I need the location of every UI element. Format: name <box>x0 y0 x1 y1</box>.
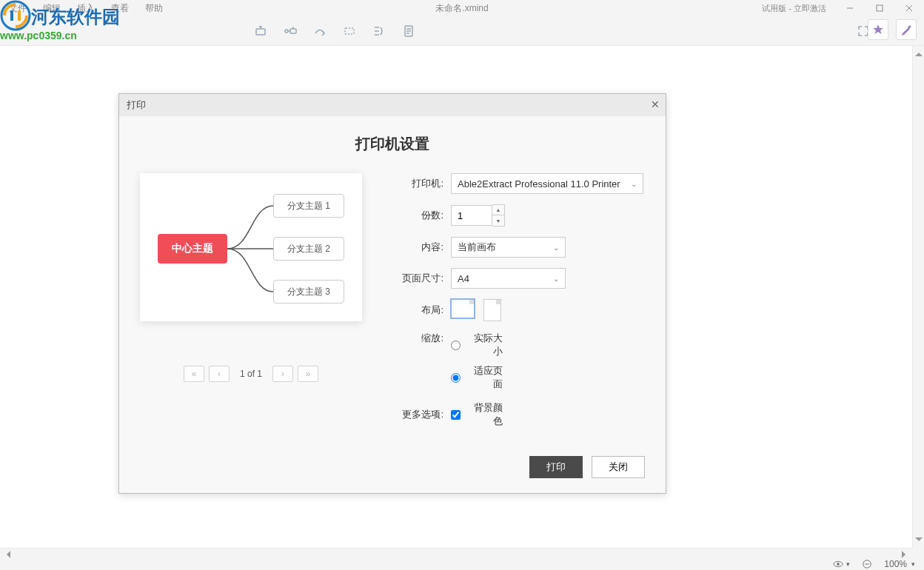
content-label: 内容: <box>392 241 443 254</box>
print-dialog: 打印 ✕ 打印机设置 中心主题 分支主题 1 分支主题 2 分支主题 3 « ‹… <box>118 93 666 494</box>
layout-label: 布局: <box>392 304 443 317</box>
maximize-button[interactable] <box>865 0 894 16</box>
preview-branch: 分支主题 1 <box>273 194 344 218</box>
trial-label[interactable]: 试用版 - 立即激活 <box>762 3 826 14</box>
pager-next[interactable]: › <box>272 366 293 382</box>
copies-label: 份数: <box>392 209 443 222</box>
relationship-icon[interactable] <box>312 24 327 38</box>
menu-insert[interactable]: 插入 <box>77 2 95 15</box>
zoom-level[interactable]: 100%▾ <box>884 559 915 569</box>
subtopic-after-icon[interactable] <box>283 24 298 38</box>
copies-up[interactable]: ▲ <box>492 205 504 215</box>
preview-branch: 分支主题 3 <box>273 280 344 304</box>
more-label: 更多选项: <box>392 408 443 421</box>
pagesize-label: 页面尺寸: <box>392 272 443 285</box>
svg-rect-1 <box>877 5 883 11</box>
layout-landscape[interactable] <box>451 299 475 318</box>
pagesize-select[interactable]: A4⌄ <box>451 268 566 289</box>
statusbar: ▾ 100%▾ <box>0 558 924 570</box>
close-button[interactable]: 关闭 <box>592 456 645 478</box>
menu-edit[interactable]: 编辑 <box>43 2 61 15</box>
close-button[interactable] <box>894 0 924 16</box>
print-button[interactable]: 打印 <box>529 456 583 478</box>
vertical-scrollbar[interactable] <box>912 46 924 548</box>
format-icon[interactable] <box>896 19 917 40</box>
menu-help[interactable]: 帮助 <box>145 2 163 15</box>
toolbar <box>0 16 924 46</box>
zoom-label: 缩放: <box>392 332 443 345</box>
menu-file[interactable]: 文件 <box>9 2 27 15</box>
pager: « ‹ 1 of 1 › » <box>140 366 362 382</box>
note-icon[interactable] <box>401 24 416 38</box>
printer-label: 打印机: <box>392 177 443 190</box>
menu-view[interactable]: 查看 <box>111 2 129 15</box>
side-panel-icons <box>868 19 917 40</box>
dialog-titlebar: 打印 ✕ <box>119 94 666 116</box>
preview-branch: 分支主题 2 <box>273 237 344 261</box>
svg-point-25 <box>837 563 840 566</box>
printer-select[interactable]: Able2Extract Professional 11.0 Printer⌄ <box>451 173 643 194</box>
copies-input[interactable] <box>451 205 492 226</box>
summary-icon[interactable] <box>372 24 386 38</box>
subtopic-icon[interactable] <box>253 24 268 38</box>
copies-down[interactable]: ▼ <box>492 215 504 226</box>
boundary-icon[interactable] <box>342 24 357 38</box>
pager-last[interactable]: » <box>298 366 318 382</box>
dialog-title-text: 打印 <box>127 98 146 112</box>
svg-rect-11 <box>290 29 296 33</box>
visibility-toggle[interactable]: ▾ <box>833 559 850 569</box>
layout-portrait[interactable] <box>483 299 501 321</box>
dialog-heading: 打印机设置 <box>140 134 645 154</box>
svg-point-10 <box>285 30 288 33</box>
zoom-out-button[interactable] <box>862 559 872 569</box>
pager-text: 1 of 1 <box>240 369 262 379</box>
svg-rect-14 <box>345 28 354 34</box>
preview-central-topic: 中心主题 <box>158 234 227 264</box>
dialog-close-icon[interactable]: ✕ <box>651 98 660 110</box>
minimize-button[interactable] <box>835 0 865 16</box>
favorite-icon[interactable] <box>868 19 888 40</box>
pager-prev[interactable]: ‹ <box>209 366 230 382</box>
pager-first[interactable]: « <box>184 366 204 382</box>
content-select[interactable]: 当前画布⌄ <box>451 237 566 258</box>
print-preview: 中心主题 分支主题 1 分支主题 2 分支主题 3 <box>140 173 362 321</box>
zoom-actual-radio[interactable]: 实际大小 <box>451 332 503 358</box>
svg-rect-7 <box>256 29 265 35</box>
zoom-fit-radio[interactable]: 适应页面 <box>451 364 503 391</box>
bgcolor-checkbox[interactable]: 背景颜色 <box>451 401 503 428</box>
window-controls: 试用版 - 立即激活 <box>762 0 924 16</box>
